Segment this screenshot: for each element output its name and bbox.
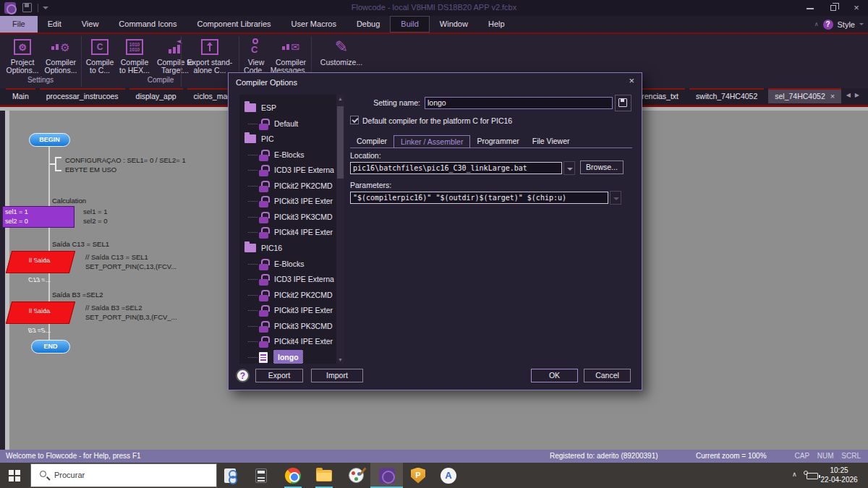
compiler-messages-button[interactable]: ✉ Compiler Messages...	[272, 35, 310, 76]
menu-user-macros[interactable]: User Macros	[281, 16, 346, 33]
minimize-button[interactable]	[799, 0, 821, 16]
output2-side-text: // Saída B3 =SEL2 SET_PORT_PIN(B,3,(FCV_…	[85, 303, 177, 322]
tab-display-app[interactable]: display_app	[129, 88, 183, 103]
style-dropdown[interactable]: Style	[838, 20, 855, 29]
dialog-help-icon[interactable]: ?	[236, 369, 250, 382]
tree-item[interactable]: PICkit3 PK3CMD	[239, 210, 334, 225]
tab-linker-assembler[interactable]: Linker / Assembler	[393, 135, 470, 148]
tab-main[interactable]: Main	[6, 88, 35, 103]
tab-processar-instrucoes[interactable]: processar_instrucoes	[40, 88, 125, 103]
style-caret-icon[interactable]	[859, 23, 864, 25]
taskbar-calculator-button[interactable]	[248, 463, 274, 488]
menu-edit[interactable]: Edit	[38, 16, 72, 33]
menu-help[interactable]: Help	[478, 16, 515, 33]
cancel-button[interactable]: Cancel	[584, 369, 631, 382]
menu-debug[interactable]: Debug	[346, 16, 390, 33]
taskbar-chrome-button[interactable]	[280, 463, 306, 488]
taskbar-explorer-button[interactable]	[311, 463, 337, 488]
project-options-button[interactable]: ⚙ Project Options...	[4, 35, 41, 76]
tree-item[interactable]: PICkit3 PK3CMD	[239, 319, 334, 334]
calculation-node[interactable]: sel1 = 1 sel2 = 0	[2, 206, 75, 228]
output1-node[interactable]: // SaídaC13 =...	[6, 251, 75, 273]
tree-item[interactable]: E-Blocks	[239, 257, 334, 272]
menu-view[interactable]: View	[72, 16, 109, 33]
tree-item[interactable]: PICkit3 IPE Exter	[239, 194, 334, 209]
begin-node[interactable]: BEGIN	[29, 133, 70, 147]
taskbar-flowcode-button[interactable]	[370, 463, 403, 488]
save-setting-button[interactable]	[615, 95, 631, 111]
scrollbar-thumb[interactable]	[337, 106, 344, 179]
calculation-label: Calculation	[52, 197, 86, 205]
compile-to-c-button[interactable]: C Compile to C...	[84, 35, 116, 76]
tree-item[interactable]: PICkit4 IPE Exter	[239, 225, 334, 240]
view-code-icon: C	[250, 38, 263, 56]
taskbar-nav-app-button[interactable]: A	[435, 463, 461, 488]
menu-component-libraries[interactable]: Component Libraries	[187, 16, 281, 33]
tab-switch-74hc4052[interactable]: switch_74HC4052	[689, 88, 764, 103]
tree-scrollbar[interactable]: ▲ ▼	[336, 95, 344, 364]
start-button[interactable]	[0, 463, 29, 488]
compile-to-hex-button[interactable]: 10101010 Compile to HEX...	[116, 35, 153, 76]
scroll-up-icon[interactable]: ▲	[336, 96, 344, 101]
collapse-ribbon-icon[interactable]: ∧	[814, 21, 819, 27]
tab-programmer[interactable]: Programmer	[470, 135, 525, 148]
tab-file-viewer[interactable]: File Viewer	[526, 135, 576, 148]
default-compiler-checkbox[interactable]	[350, 116, 359, 124]
scroll-down-icon[interactable]: ▼	[336, 357, 344, 362]
tree-item[interactable]: PICkit3 IPE Exter	[239, 303, 334, 318]
export-standalone-button[interactable]: Export stand-alone C...	[182, 35, 237, 76]
menu-window[interactable]: Window	[430, 16, 478, 33]
tree-connector	[248, 124, 258, 124]
taskbar-shield-app-button[interactable]: P	[405, 463, 431, 488]
taskbar-clock[interactable]: 10:25 22-04-2026	[816, 466, 862, 484]
tab-sel-74hc4052[interactable]: sel_74HC4052×	[768, 88, 841, 103]
compile-target-chart-icon	[169, 35, 182, 59]
restore-button[interactable]	[822, 0, 844, 16]
menu-command-icons[interactable]: Command Icons	[109, 16, 187, 33]
tree-item[interactable]: PICkit2 PK2CMD	[239, 179, 334, 194]
location-input[interactable]: pic16\batchfiles\pic16_C30_linkLarge.bat	[350, 162, 562, 174]
tree-item-pic[interactable]: PIC	[239, 132, 334, 147]
end-node[interactable]: END	[31, 340, 70, 354]
tab-scroll-right-icon: ▶	[855, 92, 864, 98]
view-code-button[interactable]: C View Code...	[242, 35, 271, 76]
browse-button[interactable]: Browse...	[580, 160, 624, 174]
tree-item-pic16[interactable]: PIC16	[239, 241, 334, 256]
help-icon[interactable]: ?	[823, 20, 833, 30]
taskbar-paint-button[interactable]	[343, 463, 369, 488]
tray-chevron-icon[interactable]: ∧	[792, 471, 797, 478]
menu-build[interactable]: Build	[390, 16, 429, 33]
tab-compiler[interactable]: Compiler	[350, 135, 393, 148]
tree-item[interactable]: ICD3 IPE Externa	[239, 163, 334, 178]
dialog-close-icon[interactable]: ×	[629, 75, 634, 86]
setting-name-input[interactable]: longo	[425, 97, 613, 109]
tab-scroll-arrows[interactable]: ◀▶	[846, 92, 864, 98]
tree-item[interactable]: E-Blocks	[239, 147, 334, 163]
tree-item[interactable]: PICkit2 PK2CMD	[239, 288, 334, 303]
ok-button[interactable]: OK	[531, 369, 578, 382]
tree-item-esp[interactable]: ESP	[239, 100, 334, 116]
taskbar-app1-button[interactable]	[217, 463, 243, 488]
comment-bracket-icon[interactable]	[55, 157, 61, 171]
tree-item[interactable]: PICkit4 IPE Exter	[239, 334, 334, 349]
export-button[interactable]: Export	[255, 369, 303, 382]
import-button[interactable]: Import	[311, 369, 363, 382]
parameters-input[interactable]: "$(compilerpic16)" "$(outdir)$(target)" …	[350, 192, 608, 204]
output2-node[interactable]: // SaídaB3 =S...	[6, 301, 75, 324]
tree-item[interactable]: ICD3 IPE Externa	[239, 272, 334, 287]
menu-file[interactable]: File	[0, 16, 38, 33]
close-button[interactable]: ×	[846, 0, 867, 16]
customize-button[interactable]: ✎ Customize...	[312, 35, 370, 76]
tab-scroll-left-icon: ◀	[846, 92, 855, 98]
location-dropdown-icon[interactable]	[563, 161, 575, 175]
taskbar-search[interactable]: Procurar	[30, 463, 217, 487]
parameters-dropdown-icon[interactable]	[610, 191, 621, 205]
tree-item-longo-selected[interactable]: longo	[239, 350, 334, 364]
compiler-options-button[interactable]: ⚙ Compiler Options...	[42, 35, 80, 76]
folder-icon	[244, 134, 256, 143]
tab-close-icon[interactable]: ×	[830, 92, 835, 100]
parameters-label: Parameters:	[350, 181, 391, 189]
compiler-messages-icon: ✉	[282, 35, 299, 59]
folder-icon	[244, 103, 256, 112]
tree-item-default[interactable]: Default	[239, 116, 334, 132]
